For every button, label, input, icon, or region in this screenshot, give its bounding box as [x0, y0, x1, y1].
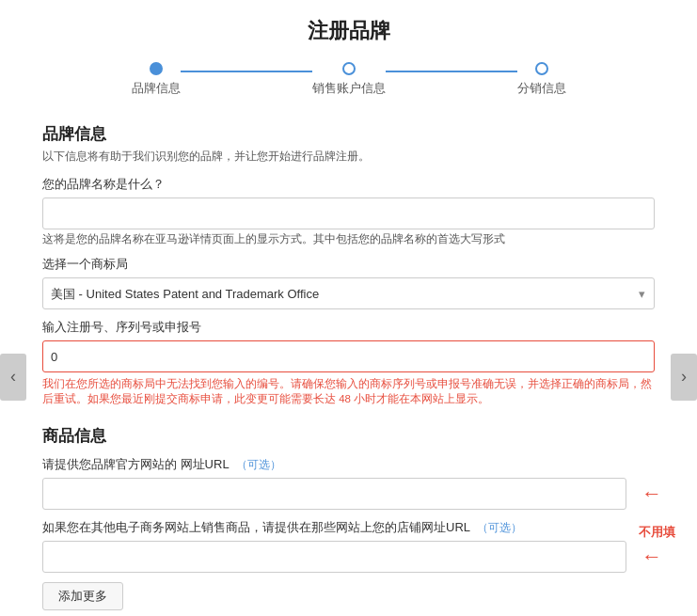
nav-arrow-right[interactable]: › — [671, 354, 697, 401]
website-url-optional: （可选） — [236, 458, 281, 471]
step-label-3: 分销信息 — [517, 80, 566, 97]
steps-container: 品牌信息 销售账户信息 分销信息 — [42, 62, 655, 97]
brand-name-label: 您的品牌名称是什么？ — [42, 176, 655, 193]
store-url-label: 如果您在其他电子商务网站上销售商品，请提供在那些网站上您的店铺网址URL （可选… — [42, 519, 655, 536]
annotation-arrow-1: ← — [642, 482, 662, 506]
step-circle-2 — [342, 62, 356, 75]
step-line-1 — [181, 71, 312, 72]
brand-section-desc: 以下信息将有助于我们识别您的品牌，并让您开始进行品牌注册。 — [42, 149, 655, 165]
goods-section-header: 商品信息 — [42, 425, 655, 447]
annotation-label: 不用填 — [639, 524, 675, 541]
step-line-2 — [386, 71, 517, 72]
step-sales-info: 销售账户信息 — [312, 62, 386, 97]
website-url-input[interactable] — [42, 478, 626, 510]
goods-section: 商品信息 请提供您品牌官方网站的 网址URL （可选） ← 如果您在其他电子商务… — [42, 425, 655, 610]
step-dist-info: 分销信息 — [517, 62, 566, 97]
brand-name-input[interactable] — [42, 197, 655, 229]
reg-number-input[interactable] — [42, 340, 655, 372]
step-brand-info: 品牌信息 — [132, 62, 181, 97]
trademark-office-select[interactable]: 美国 - United States Patent and Trademark … — [42, 277, 655, 309]
website-url-label: 请提供您品牌官方网站的 网址URL （可选） — [42, 456, 655, 473]
website-url-wrapper: ← — [42, 478, 626, 510]
chevron-right-icon: › — [681, 367, 687, 387]
trademark-office-label: 选择一个商标局 — [42, 256, 655, 273]
add-more-button[interactable]: 添加更多 — [42, 582, 123, 610]
store-url-input[interactable] — [42, 541, 626, 573]
page-title: 注册品牌 — [42, 17, 655, 45]
store-url-wrapper: ← — [42, 541, 626, 573]
annotation-arrow-2: ← — [642, 545, 662, 569]
brand-name-hint: 这将是您的品牌名称在亚马逊详情页面上的显示方式。其中包括您的品牌名称的首选大写形… — [42, 232, 655, 246]
step-circle-1 — [150, 62, 163, 75]
chevron-left-icon: ‹ — [10, 367, 16, 387]
step-label-1: 品牌信息 — [132, 80, 181, 97]
step-label-2: 销售账户信息 — [312, 80, 386, 97]
reg-number-error: 我们在您所选的商标局中无法找到您输入的编号。请确保您输入的商标序列号或申报号准确… — [42, 376, 655, 406]
nav-arrow-left[interactable]: ‹ — [0, 354, 26, 401]
store-url-optional: （可选） — [477, 521, 522, 534]
step-circle-3 — [535, 62, 548, 75]
trademark-office-wrapper: 美国 - United States Patent and Trademark … — [42, 277, 655, 309]
brand-section-header: 品牌信息 — [42, 123, 655, 145]
reg-number-label: 输入注册号、序列号或申报号 — [42, 319, 655, 336]
